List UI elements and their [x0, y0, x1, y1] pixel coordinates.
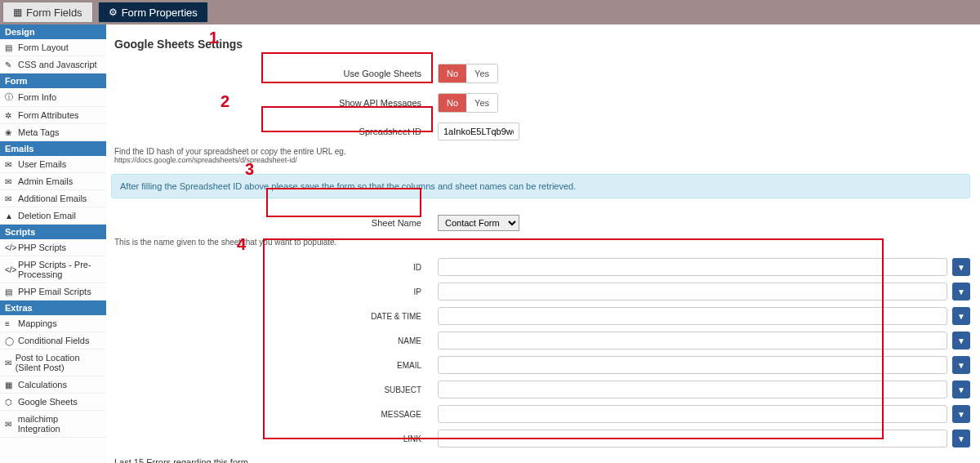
tab-label: Form Fields — [26, 7, 82, 19]
chevron-down-icon[interactable]: ▼ — [952, 405, 970, 423]
calc-icon: ▦ — [5, 381, 16, 390]
chevron-down-icon[interactable]: ▼ — [952, 307, 970, 325]
sidebar-item-form-attributes[interactable]: ✲Form Attributes — [0, 107, 106, 124]
mapping-input[interactable] — [438, 430, 947, 447]
sidebar-item-php-email-scripts[interactable]: ▤PHP Email Scripts — [0, 283, 106, 301]
mapping-row: ID▼ — [111, 255, 970, 279]
sidebar-item-conditional-fields[interactable]: ◯Conditional Fields — [0, 332, 106, 349]
sidebar-item-calculations[interactable]: ▦Calculations — [0, 376, 106, 394]
mapping-label: IP — [111, 287, 438, 296]
code-icon: ✎ — [5, 60, 16, 69]
mail-icon: ✉ — [5, 194, 16, 203]
toggle-no[interactable]: No — [439, 94, 466, 112]
gear-icon: ✲ — [5, 111, 16, 120]
sidebar-header-emails: Emails — [0, 141, 106, 156]
top-bar: ▦ Form Fields ⚙ Form Properties — [0, 0, 980, 24]
mail-icon: ✉ — [5, 177, 16, 186]
chevron-down-icon[interactable]: ▼ — [952, 283, 970, 301]
mail-icon: ✉ — [5, 358, 13, 367]
chevron-down-icon[interactable]: ▼ — [952, 356, 970, 374]
toggle-no[interactable]: No — [439, 65, 466, 82]
mapping-input[interactable] — [438, 283, 947, 301]
sidebar-header-form: Form — [0, 73, 106, 88]
toggle-show-api[interactable]: No Yes — [438, 93, 498, 113]
mappings-container: ID▼IP▼DATE & TIME▼NAME▼EMAIL▼SUBJECT▼MES… — [111, 255, 970, 451]
page-title: Google Sheets Settings — [111, 33, 970, 56]
sheets-icon: ⬡ — [5, 398, 16, 407]
spreadsheet-id-input[interactable] — [438, 122, 519, 140]
label-show-api: Show API Messages — [111, 98, 438, 108]
chevron-down-icon[interactable]: ▼ — [952, 258, 970, 276]
sidebar-item-admin-emails[interactable]: ✉Admin Emails — [0, 173, 106, 190]
label-spreadsheet-id: Spreadsheet ID — [111, 127, 438, 136]
toggle-use-google-sheets[interactable]: No Yes — [438, 64, 498, 83]
row-sheet-name: Sheet Name Contact Form — [111, 210, 970, 236]
mapping-input[interactable] — [438, 258, 947, 276]
sidebar-header-design: Design — [0, 24, 106, 39]
help-url: https://docs.google.com/spreadsheets/d/s… — [111, 156, 970, 169]
chevron-down-icon[interactable]: ▼ — [952, 332, 970, 349]
mapping-label: MESSAGE — [111, 410, 438, 419]
row-spreadsheet-id: Spreadsheet ID — [111, 118, 970, 145]
sidebar-item-deletion-email[interactable]: ▲Deletion Email — [0, 207, 106, 225]
sidebar-item-google-sheets[interactable]: ⬡Google Sheets — [0, 394, 106, 411]
sidebar-item-mailchimp[interactable]: ✉mailchimp Integration — [0, 411, 106, 438]
sidebar-item-user-emails[interactable]: ✉User Emails — [0, 156, 106, 173]
mapping-input[interactable] — [438, 356, 947, 374]
mapping-label: ID — [111, 263, 438, 272]
sidebar: Design ▤Form Layout ✎CSS and Javascript … — [0, 24, 106, 463]
sidebar-header-extras: Extras — [0, 301, 106, 315]
mapping-row: SUBJECT▼ — [111, 377, 970, 402]
tab-form-properties[interactable]: ⚙ Form Properties — [98, 2, 208, 23]
mail-icon: ✉ — [5, 420, 16, 429]
sidebar-item-post-location[interactable]: ✉Post to Location (Silent Post) — [0, 349, 106, 376]
mapping-input[interactable] — [438, 307, 947, 325]
label-sheet-name: Sheet Name — [111, 218, 438, 228]
gears-icon: ⚙ — [109, 7, 118, 18]
sidebar-header-scripts: Scripts — [0, 225, 106, 239]
help-sheet-name: This is the name given to the sheet that… — [111, 236, 970, 247]
sidebar-item-mappings[interactable]: ≡Mappings — [0, 315, 106, 332]
sidebar-item-php-preprocessing[interactable]: </>PHP Scripts - Pre-Processing — [0, 256, 106, 283]
sidebar-item-form-layout[interactable]: ▤Form Layout — [0, 39, 106, 56]
mapping-row: EMAIL▼ — [111, 353, 970, 377]
map-icon: ≡ — [5, 319, 16, 328]
mapping-label: DATE & TIME — [111, 312, 438, 321]
sidebar-item-meta-tags[interactable]: ❀Meta Tags — [0, 124, 106, 141]
mapping-row: NAME▼ — [111, 328, 970, 353]
mapping-label: EMAIL — [111, 361, 438, 370]
mapping-row: IP▼ — [111, 279, 970, 304]
chevron-down-icon[interactable]: ▼ — [952, 381, 970, 398]
toggle-yes[interactable]: Yes — [466, 65, 497, 82]
mapping-input[interactable] — [438, 405, 947, 423]
mapping-input[interactable] — [438, 332, 947, 349]
code-icon: </> — [5, 243, 16, 252]
mapping-label: SUBJECT — [111, 385, 438, 394]
tab-label: Form Properties — [122, 7, 198, 19]
sheet-name-select[interactable]: Contact Form — [438, 215, 519, 231]
code-icon: </> — [5, 265, 16, 274]
mapping-row: DATE & TIME▼ — [111, 304, 970, 328]
main-content: Google Sheets Settings Use Google Sheets… — [106, 24, 980, 463]
chevron-down-icon[interactable]: ▼ — [952, 430, 970, 447]
info-icon: ⓘ — [5, 91, 16, 103]
tag-icon: ❀ — [5, 128, 16, 137]
sidebar-item-php-scripts[interactable]: </>PHP Scripts — [0, 239, 106, 256]
row-use-google-sheets: Use Google Sheets No Yes — [111, 59, 970, 88]
footer-text: Last 15 Errors regarding this form — [111, 451, 970, 463]
help-find-id: Find the ID hash of your spreadsheet or … — [111, 145, 970, 156]
mapping-input[interactable] — [438, 381, 947, 398]
label-use-google-sheets: Use Google Sheets — [111, 69, 438, 78]
mapping-label: NAME — [111, 336, 438, 345]
mapping-label: LINK — [111, 434, 438, 443]
toggle-yes[interactable]: Yes — [466, 94, 497, 112]
mail-icon: ✉ — [5, 160, 16, 169]
sidebar-item-css-js[interactable]: ✎CSS and Javascript — [0, 56, 106, 73]
layout-icon: ▤ — [5, 43, 16, 52]
sidebar-item-additional-emails[interactable]: ✉Additional Emails — [0, 190, 106, 207]
cond-icon: ◯ — [5, 336, 16, 345]
sidebar-item-form-info[interactable]: ⓘForm Info — [0, 88, 106, 107]
row-show-api: Show API Messages No Yes — [111, 88, 970, 118]
tab-form-fields[interactable]: ▦ Form Fields — [2, 2, 93, 23]
mapping-row: MESSAGE▼ — [111, 402, 970, 426]
